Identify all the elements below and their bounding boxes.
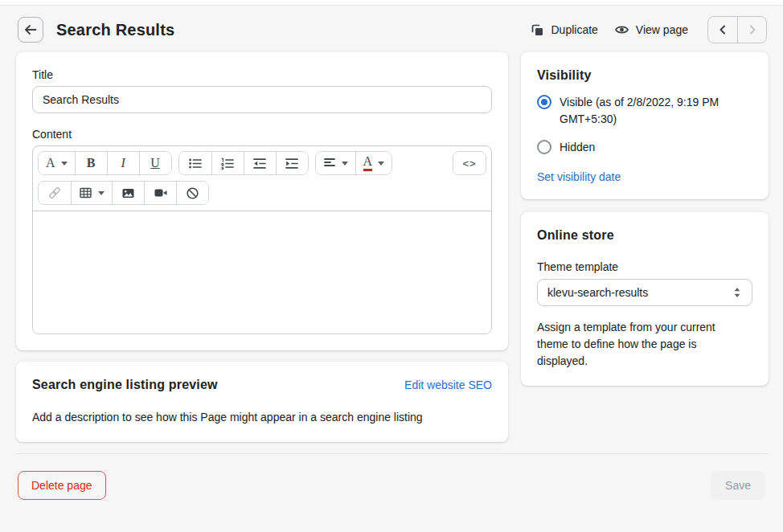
main-column: Title Content A B [16, 52, 508, 442]
theme-template-value: klevu-search-results [547, 286, 648, 299]
next-page-button[interactable] [737, 17, 766, 43]
italic-button[interactable]: I [107, 152, 139, 174]
hidden-option-label: Hidden [560, 139, 595, 156]
format-dropdown-button[interactable]: A [39, 152, 75, 174]
save-button[interactable]: Save [711, 471, 765, 500]
bold-icon: B [87, 157, 96, 170]
numbered-list-icon [220, 158, 235, 170]
select-updown-icon [732, 286, 742, 299]
online-store-card: Online store Theme template klevu-search… [521, 212, 769, 386]
image-icon [121, 187, 135, 199]
italic-icon: I [121, 157, 125, 170]
seo-description: Add a description to see how this Page m… [32, 410, 492, 426]
top-strip [0, 0, 783, 6]
list-indent-group [178, 151, 309, 175]
delete-page-button[interactable]: Delete page [18, 471, 106, 500]
indent-icon [285, 158, 299, 170]
text-color-dropdown-button[interactable]: A [355, 152, 392, 174]
bulleted-list-button[interactable] [179, 152, 211, 174]
caret-down-icon [98, 191, 105, 195]
view-page-button[interactable]: View page [606, 18, 696, 41]
insert-video-button[interactable] [144, 182, 176, 204]
footer-bar: Delete page Save [0, 454, 783, 500]
title-input[interactable] [32, 86, 492, 113]
pagination-control [707, 16, 767, 43]
underline-button[interactable]: U [139, 152, 171, 174]
template-help-text: Assign a template from your current them… [537, 319, 748, 370]
duplicate-label: Duplicate [551, 23, 597, 36]
align-color-group: A [315, 151, 393, 175]
outdent-button[interactable] [244, 152, 276, 174]
theme-template-label: Theme template [537, 260, 752, 273]
caret-down-icon [61, 162, 68, 166]
visibility-card: Visibility Visible (as of 2/8/2022, 9:19… [521, 52, 769, 199]
visibility-heading: Visibility [537, 68, 752, 83]
clear-formatting-icon [186, 186, 199, 200]
back-arrow-icon [23, 23, 38, 37]
insert-table-dropdown-button[interactable] [71, 182, 112, 204]
align-left-icon [323, 158, 336, 169]
previous-page-button[interactable] [708, 17, 737, 43]
show-html-button[interactable]: <> [453, 152, 486, 174]
radio-selected-icon[interactable] [537, 95, 551, 109]
visibility-option-visible[interactable]: Visible (as of 2/8/2022, 9:19 PM GMT+5:3… [537, 94, 752, 128]
clear-formatting-button[interactable] [176, 182, 208, 204]
text-color-icon: A [363, 155, 373, 171]
insert-group [38, 181, 209, 205]
set-visibility-date-link[interactable]: Set visibility date [537, 170, 621, 183]
visible-option-label: Visible (as of 2/8/2022, 9:19 PM GMT+5:3… [560, 94, 752, 128]
caret-down-icon [378, 162, 384, 166]
online-store-heading: Online store [537, 228, 752, 243]
indent-button[interactable] [276, 152, 308, 174]
page-title: Search Results [56, 21, 174, 39]
numbered-list-button[interactable] [211, 152, 244, 174]
code-group: <> [453, 151, 486, 175]
rich-text-editor: A B I U [32, 145, 492, 334]
toolbar-row-2 [38, 181, 486, 205]
eye-icon [614, 23, 629, 36]
visibility-option-hidden[interactable]: Hidden [537, 139, 752, 156]
theme-template-select[interactable]: klevu-search-results [537, 279, 752, 306]
side-column: Visibility Visible (as of 2/8/2022, 9:19… [521, 52, 769, 386]
bullet-list-icon [188, 158, 203, 170]
page-header: Search Results Duplicate View page [0, 6, 783, 52]
header-actions: Duplicate View page [523, 16, 767, 43]
content-layout: Title Content A B [0, 52, 783, 442]
bold-button[interactable]: B [75, 152, 107, 174]
toolbar-row-1: A B I U [38, 151, 486, 175]
text-style-group: A B I U [38, 151, 172, 175]
content-field-label: Content [32, 128, 492, 141]
video-icon [154, 187, 168, 198]
table-icon [79, 186, 92, 199]
edit-website-seo-link[interactable]: Edit website SEO [404, 379, 492, 391]
alignment-dropdown-button[interactable] [316, 152, 355, 174]
view-page-label: View page [636, 23, 688, 36]
page-details-card: Title Content A B [16, 52, 508, 350]
editor-toolbar: A B I U [33, 146, 491, 211]
duplicate-icon [531, 23, 544, 37]
code-icon: <> [462, 158, 476, 170]
chevron-left-icon [717, 24, 728, 35]
title-field-label: Title [32, 68, 492, 81]
seo-card: Search engine listing preview Edit websi… [16, 362, 508, 442]
seo-card-heading: Search engine listing preview [32, 378, 218, 392]
insert-image-button[interactable] [112, 182, 144, 204]
chevron-right-icon [747, 24, 758, 35]
radio-unselected-icon[interactable] [537, 140, 551, 154]
underline-icon: U [150, 157, 160, 170]
insert-link-button[interactable] [39, 182, 71, 204]
duplicate-button[interactable]: Duplicate [523, 18, 605, 42]
back-button[interactable] [18, 17, 43, 43]
link-icon [47, 186, 62, 200]
outdent-icon [252, 158, 267, 170]
format-icon: A [46, 157, 55, 170]
content-editor-body[interactable] [33, 211, 491, 334]
caret-down-icon [342, 162, 348, 166]
